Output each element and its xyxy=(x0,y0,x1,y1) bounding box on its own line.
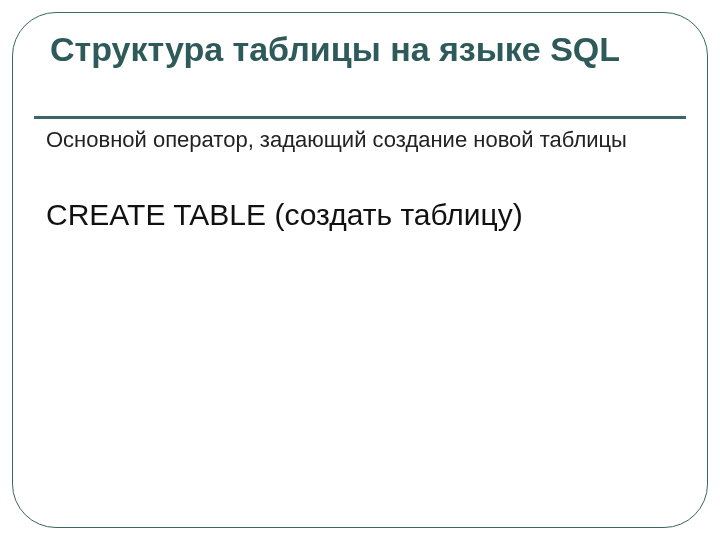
slide-title: Структура таблицы на языке SQL xyxy=(50,30,670,69)
sql-command: CREATE TABLE xyxy=(46,198,266,231)
slide-subtitle: Основной оператор, задающий создание нов… xyxy=(46,126,674,154)
slide-frame xyxy=(12,12,708,528)
slide-statement: CREATE TABLE (создать таблицу) xyxy=(46,196,674,234)
title-underline xyxy=(34,116,686,119)
sql-command-desc: (создать таблицу) xyxy=(266,198,523,231)
slide: Структура таблицы на языке SQL Основной … xyxy=(0,0,720,540)
